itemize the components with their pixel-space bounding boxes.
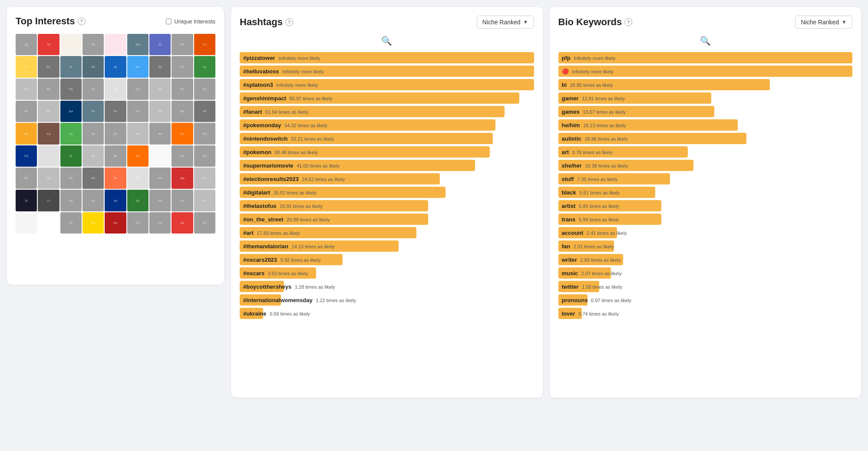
grid-cell-68: Mi	[127, 190, 149, 211]
bio-keywords-search-bar[interactable]: 🔍	[558, 36, 853, 46]
hashtag-keyword: #boycotthersheys	[243, 283, 291, 290]
hashtag-keyword: #digitalart	[243, 189, 270, 196]
bio-keyword-bar-row: 🔴 Infinitely more likely	[558, 66, 853, 77]
grid-cell-77: Ph	[127, 212, 149, 234]
grid-cell-64: Cr	[38, 190, 59, 211]
hashtag-bar-row: #helluvaboss Infinitely more likely	[240, 66, 534, 77]
hashtag-likelihood: 5.92 times as likely	[281, 257, 321, 263]
grid-cell-46: Ch	[38, 145, 59, 167]
hashtag-keyword: #thelastofus	[243, 203, 277, 209]
bio-keyword-bar-label: she/her 10.38 times as likely	[558, 162, 632, 169]
top-interests-header: Top Interests ? Unique Interests	[16, 16, 215, 27]
bio-keyword-bar-row: writer 2.83 times as likely	[558, 254, 853, 265]
hashtags-help-icon[interactable]: ?	[285, 18, 293, 26]
grid-cell-22: Pe	[105, 79, 126, 100]
hashtag-bar-label: #nintendoswitch 53.21 times as likely	[240, 135, 337, 142]
grid-cell-35: Ph	[194, 101, 215, 122]
grid-cell-39: Pe	[83, 123, 104, 144]
bio-keyword-text: music	[562, 270, 578, 277]
bio-keyword-bar-row: he/him 18.13 times as likely	[558, 119, 853, 131]
bio-keyword-bar-label: art 9.78 times as likely	[558, 149, 616, 155]
grid-cell-62: Ph	[194, 168, 215, 189]
bio-keyword-text: 🔴	[562, 68, 569, 75]
bio-keyword-likelihood: 12.91 times as likely	[582, 96, 625, 101]
hashtag-likelihood: 17.66 times as likely	[257, 230, 300, 236]
hashtags-search-bar[interactable]: 🔍	[240, 36, 534, 46]
hashtag-bar-row: #nintendoswitch 53.21 times as likely	[240, 133, 534, 144]
grid-cell-66: Pe	[83, 190, 104, 211]
bio-keyword-text: stuff	[562, 176, 574, 182]
grid-cell-48: Pe	[83, 145, 104, 167]
hashtag-keyword: #fanart	[243, 109, 262, 115]
bio-keyword-bar-row: trans 5.99 times as likely	[558, 214, 853, 225]
grid-cell-69: Ph	[149, 190, 171, 211]
hashtag-bar-row: #boycotthersheys 1.28 times as likely	[240, 281, 534, 292]
bio-keyword-bar-label: writer 2.83 times as likely	[558, 257, 624, 263]
hashtag-bar-label: #oscars2023 5.92 times as likely	[240, 257, 324, 263]
hashtag-bar-row: #digitalart 26.02 times as likely	[240, 187, 534, 198]
bio-keyword-bar-label: account 2.41 times as likely	[558, 230, 630, 236]
grid-cell-37: Ca	[38, 123, 59, 144]
unique-interests-checkbox[interactable]	[166, 19, 172, 24]
hashtag-likelihood: 54.32 times as likely	[284, 123, 327, 128]
bio-keyword-bar-label: music 2.07 times as likely	[558, 270, 625, 277]
bio-keyword-bar-label: pronouns 0.97 times as likely	[558, 297, 635, 303]
bio-keywords-help-icon[interactable]: ?	[624, 18, 632, 26]
hashtag-bar-label: #oscars 3.63 times as likely	[240, 270, 312, 277]
bio-keyword-bar-label: gamer 12.91 times as likely	[558, 95, 629, 102]
hashtag-keyword: #pokemonday	[243, 122, 281, 128]
grid-cell-44: Ph	[194, 123, 215, 144]
unique-interests-checkbox-label[interactable]: Unique Interests	[166, 18, 215, 25]
hashtag-bar-label: #digitalart 26.02 times as likely	[240, 189, 320, 196]
hashtag-bar-label: #pizzatower Infinitely more likely	[240, 55, 323, 61]
hashtags-bar-list: #pizzatower Infinitely more likely#hellu…	[240, 52, 534, 319]
top-interests-title-group: Top Interests ?	[16, 16, 86, 27]
hashtags-title: Hashtags	[240, 16, 283, 28]
bio-keyword-text: gamer	[562, 95, 579, 102]
grid-cell-21: Pe	[83, 79, 104, 100]
grid-cell-23: Pe	[127, 79, 149, 100]
grid-cell-61: Ma	[172, 168, 193, 189]
hashtags-niche-ranked-dropdown[interactable]: Niche Ranked ▼	[477, 16, 534, 29]
bio-keyword-text: lover	[562, 310, 575, 317]
grid-cell-71: Ph	[194, 190, 215, 211]
hashtag-bar-row: #fanart 61.94 times as likely	[240, 106, 534, 117]
bio-keyword-bar-label: bi 26.85 times as likely	[558, 82, 617, 88]
grid-cell-27: Pe	[16, 101, 37, 122]
hashtag-likelihood: Infinitely more likely	[278, 56, 320, 61]
hashtag-keyword: #electionresults2023	[243, 176, 299, 182]
grid-cell-20: Pe	[60, 79, 82, 100]
grid-cell-63: St	[16, 190, 37, 211]
hashtag-bar-row: #pokemon 50.48 times as likely	[240, 146, 534, 158]
bio-keyword-bar-label: lover 0.74 times as likely	[558, 310, 623, 317]
hashtags-header: Hashtags ? Niche Ranked ▼	[240, 16, 534, 29]
grid-cell-6: Di	[149, 34, 171, 55]
grid-cell-34: We	[172, 101, 193, 122]
hashtag-keyword: #nintendoswitch	[243, 135, 288, 142]
chevron-down-icon: ▼	[523, 19, 528, 25]
grid-cell-67: Se	[105, 190, 126, 211]
grid-cell-58: Pe	[105, 168, 126, 189]
grid-cell-43: Pe	[172, 123, 193, 144]
bio-keywords-title-group: Bio Keywords ?	[558, 16, 633, 28]
grid-cell-10: Pe	[38, 56, 59, 77]
grid-cell-40: Pe	[105, 123, 126, 144]
hashtag-bar-row: #internationalwomensday 1.22 times as li…	[240, 294, 534, 306]
bio-keyword-likelihood: 0.74 times as likely	[578, 311, 619, 316]
hashtag-keyword: #ukraine	[243, 310, 266, 317]
grid-cell-72: Wh	[16, 212, 37, 234]
hashtags-panel: Hashtags ? Niche Ranked ▼ 🔍 #pizzatower …	[231, 7, 543, 398]
bio-keyword-likelihood: 26.85 times as likely	[570, 82, 613, 88]
grid-cell-65: Pe	[60, 190, 82, 211]
grid-cell-55: Pe	[38, 168, 59, 189]
bio-keyword-bar-label: games 13.07 times as likely	[558, 109, 630, 115]
grid-cell-24: Ph	[149, 79, 171, 100]
bio-keyword-likelihood: 2.41 times as likely	[587, 230, 627, 236]
hashtag-keyword: #art	[243, 230, 254, 236]
top-interests-help-icon[interactable]: ?	[78, 17, 86, 25]
grid-cell-29: NA	[60, 101, 82, 122]
hashtag-bar-label: #helluvaboss Infinitely more likely	[240, 68, 327, 75]
grid-cell-16: Ph	[172, 56, 193, 77]
bio-keywords-niche-ranked-dropdown[interactable]: Niche Ranked ▼	[795, 16, 852, 29]
bio-keyword-likelihood: Infinitely more likely	[572, 69, 614, 74]
